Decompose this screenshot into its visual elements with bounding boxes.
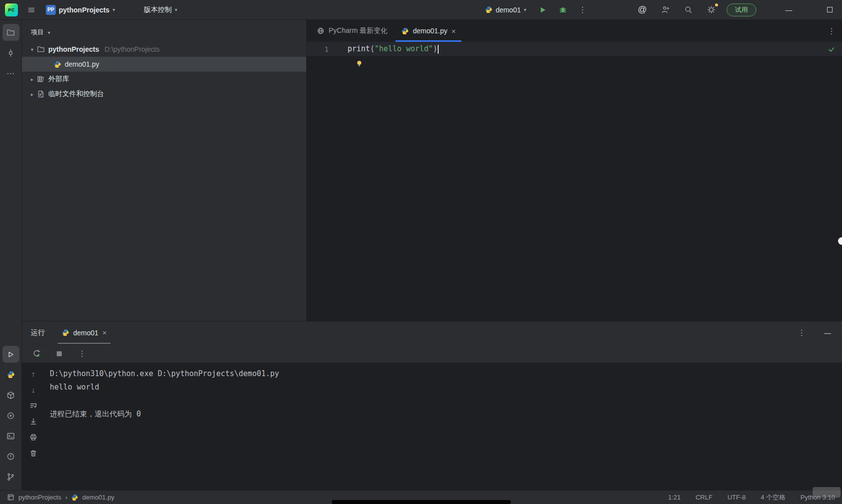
folder-icon xyxy=(37,45,45,53)
hamburger-icon xyxy=(27,6,35,14)
minimize-icon: — xyxy=(824,329,831,337)
trash-icon xyxy=(29,449,37,457)
breadcrumb-project[interactable]: pythonProjects xyxy=(18,494,61,501)
more-run-actions-button[interactable]: ⋮ xyxy=(575,2,590,17)
packages-tool-button[interactable] xyxy=(2,387,19,403)
code-with-me-button[interactable]: @ xyxy=(635,2,650,17)
stop-button[interactable] xyxy=(52,346,67,361)
project-badge: PP xyxy=(46,5,56,15)
tab-whats-new[interactable]: PyCharm 最新变化 xyxy=(310,20,394,42)
project-tool-button[interactable] xyxy=(2,24,19,41)
terminal-icon xyxy=(6,432,15,440)
services-tool-button[interactable] xyxy=(2,407,19,424)
titlebar: PC PP pythonProjects ▾ 版本控制 ▾ demo01 ▾ xyxy=(0,0,842,20)
run-more-options-button[interactable]: ⋮ xyxy=(75,346,90,361)
titlebar-right: @ 试用 — xyxy=(635,2,837,17)
python-icon xyxy=(71,494,78,501)
pycharm-logo-letters: PC xyxy=(8,7,15,12)
scratches-icon xyxy=(37,90,45,98)
folder-icon xyxy=(6,28,15,37)
text-caret xyxy=(438,45,439,54)
maximize-button[interactable] xyxy=(822,2,837,17)
debug-button[interactable] xyxy=(555,2,570,17)
close-icon[interactable]: × xyxy=(452,27,456,35)
chevron-down-icon: ▾ xyxy=(113,7,115,12)
version-control-tool-button[interactable] xyxy=(2,468,19,485)
more-vertical-icon: ⋮ xyxy=(78,349,86,358)
invite-user-button[interactable] xyxy=(658,2,673,17)
encoding-widget[interactable]: UTF-8 xyxy=(727,494,746,501)
statusbar-widgets: 1:21 CRLF UTF-8 4 个空格 Python 3.10 xyxy=(668,493,835,502)
run-tab-demo01[interactable]: demo01 × xyxy=(58,321,111,344)
soft-wrap-icon xyxy=(29,402,37,409)
run-tool-window: 运行 demo01 × ⋮ — xyxy=(22,321,842,490)
commit-tool-button[interactable] xyxy=(2,44,19,61)
arrow-down-icon: ↓ xyxy=(31,386,35,394)
vcs-menu-button[interactable]: 版本控制 ▾ xyxy=(140,3,181,16)
up-stack-trace-button[interactable]: ↑ xyxy=(26,367,40,380)
project-selector-button[interactable]: PP pythonProjects ▾ xyxy=(42,3,119,17)
close-icon[interactable]: × xyxy=(103,328,107,337)
run-button[interactable] xyxy=(535,2,550,17)
run-tool-button[interactable] xyxy=(2,346,19,363)
soft-wrap-button[interactable] xyxy=(26,399,40,412)
main-area: ⋯ xyxy=(0,20,842,490)
chevron-down-icon[interactable]: ▾ xyxy=(31,47,33,52)
more-tool-windows-button[interactable]: ⋯ xyxy=(2,65,19,82)
console-output[interactable]: D:\python310\python.exe D:\pythonProject… xyxy=(45,363,842,490)
tree-row-file[interactable]: demo01.py xyxy=(22,57,306,72)
project-root-name: pythonProjects xyxy=(48,45,99,53)
chevron-down-icon: ▾ xyxy=(524,7,526,12)
watermark xyxy=(813,487,841,498)
python-icon xyxy=(54,61,61,68)
rerun-button[interactable] xyxy=(29,346,44,361)
cursor-position-widget[interactable]: 1:21 xyxy=(668,494,681,501)
line-separator-widget[interactable]: CRLF xyxy=(696,494,713,501)
project-tool-window: 项目 ▾ ▾ pythonProjects D:\pythonProjects … xyxy=(22,20,307,321)
run-panel-options-button[interactable]: ⋮ xyxy=(794,325,809,340)
tab-demo01[interactable]: demo01.py × xyxy=(394,20,463,42)
more-vertical-icon: ⋮ xyxy=(798,328,806,337)
run-config-selector[interactable]: demo01 ▾ xyxy=(481,4,530,16)
inspections-passed-icon[interactable] xyxy=(828,46,835,55)
clear-console-button[interactable] xyxy=(26,447,40,460)
content-area: 项目 ▾ ▾ pythonProjects D:\pythonProjects … xyxy=(22,20,842,490)
code-content: print("hello world") xyxy=(343,44,439,54)
intention-bulb-icon[interactable] xyxy=(356,60,363,67)
search-everywhere-button[interactable] xyxy=(681,2,696,17)
search-icon xyxy=(684,5,693,14)
token-string: "hello world" xyxy=(374,44,433,53)
settings-button[interactable] xyxy=(704,2,719,17)
tab-options-button[interactable]: ⋮ xyxy=(824,23,839,38)
scroll-to-end-button[interactable] xyxy=(26,415,40,428)
python-console-tool-button[interactable] xyxy=(2,366,19,383)
minimize-button[interactable]: — xyxy=(781,2,796,17)
window-controls: — xyxy=(781,2,837,17)
indent-widget[interactable]: 4 个空格 xyxy=(761,493,786,502)
down-stack-trace-button[interactable]: ↓ xyxy=(26,383,40,396)
terminal-tool-button[interactable] xyxy=(2,427,19,444)
pycharm-logo-icon: PC xyxy=(5,3,18,16)
tree-row-external-libraries[interactable]: ▸ 外部库 xyxy=(22,72,306,87)
commit-icon xyxy=(6,49,15,57)
bug-icon xyxy=(559,5,567,14)
chevron-down-icon: ▾ xyxy=(48,30,50,35)
file-name-label: demo01.py xyxy=(65,60,99,68)
problems-tool-button[interactable] xyxy=(2,448,19,465)
chevron-right-icon[interactable]: ▸ xyxy=(31,77,33,82)
breadcrumb-file[interactable]: demo01.py xyxy=(82,494,114,501)
tree-row-scratches[interactable]: ▸ 临时文件和控制台 xyxy=(22,87,306,101)
git-branch-icon xyxy=(6,473,15,481)
python-icon xyxy=(62,329,69,336)
hide-run-panel-button[interactable]: — xyxy=(820,325,835,340)
console-line: 进程已结束，退出代码为 0 xyxy=(50,407,842,421)
trial-label: 试用 xyxy=(735,5,748,14)
code-line-2 xyxy=(307,56,842,71)
print-button[interactable] xyxy=(26,431,40,444)
trial-button[interactable]: 试用 xyxy=(726,3,756,16)
project-panel-header[interactable]: 项目 ▾ xyxy=(22,20,306,42)
main-menu-button[interactable] xyxy=(24,2,39,17)
chevron-right-icon[interactable]: ▸ xyxy=(31,92,33,97)
editor-body[interactable]: 1 print("hello world") xyxy=(307,42,842,321)
tree-row-project-root[interactable]: ▾ pythonProjects D:\pythonProjects xyxy=(22,42,306,57)
